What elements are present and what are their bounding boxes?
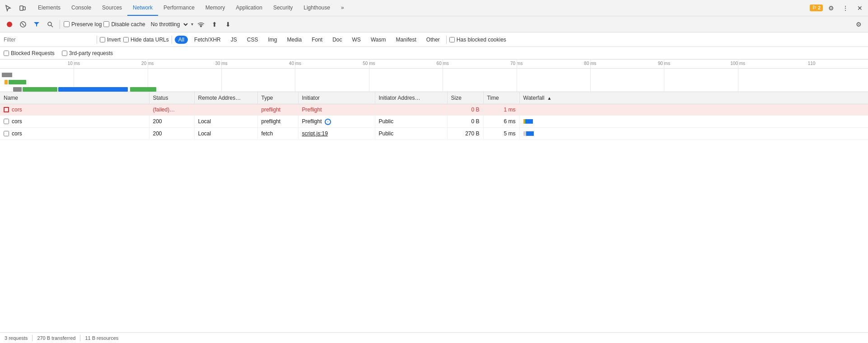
- waterfall-timeline: 10 ms 20 ms 30 ms 40 ms 50 ms 60 ms 70 m…: [0, 60, 868, 92]
- filter-btn-font[interactable]: Font: [308, 36, 326, 44]
- filter-btn-doc[interactable]: Doc: [329, 36, 345, 44]
- th-time[interactable]: Time: [483, 92, 519, 104]
- table-header-row: Name Status Remote Addres… Type Initiato…: [0, 92, 868, 104]
- tab-performance[interactable]: Performance: [158, 0, 200, 16]
- svg-point-2: [7, 22, 12, 27]
- more-options-icon[interactable]: ⋮: [839, 2, 852, 14]
- filter-btn-all[interactable]: All: [175, 36, 188, 44]
- disable-cache-label[interactable]: Disable cache: [103, 21, 145, 28]
- has-blocked-cookies-label[interactable]: Has blocked cookies: [449, 37, 506, 43]
- filter-btn-manifest[interactable]: Manifest: [392, 36, 420, 44]
- row2-checkbox[interactable]: [4, 119, 9, 124]
- filter-btn-css[interactable]: CSS: [243, 36, 262, 44]
- filter-btn-other[interactable]: Other: [423, 36, 443, 44]
- th-name[interactable]: Name: [0, 92, 149, 104]
- filter-btn-js[interactable]: JS: [227, 36, 241, 44]
- error-icon: [4, 107, 9, 112]
- svg-rect-1: [23, 7, 25, 10]
- network-settings-icon[interactable]: ⚙: [853, 19, 864, 30]
- close-icon[interactable]: ✕: [854, 2, 866, 14]
- row3-type: fetch: [257, 128, 298, 140]
- svg-rect-0: [20, 6, 23, 10]
- has-blocked-cookies-checkbox[interactable]: [449, 37, 455, 42]
- wifi-icon[interactable]: [195, 19, 207, 30]
- filter-btn-wasm[interactable]: Wasm: [367, 36, 390, 44]
- row3-checkbox[interactable]: [4, 131, 9, 136]
- filter-separator-1: [97, 36, 97, 44]
- filter-btn-ws[interactable]: WS: [349, 36, 364, 44]
- settings-icon[interactable]: ⚙: [825, 2, 837, 14]
- td-name-1: cors: [0, 104, 149, 116]
- svg-point-7: [201, 26, 201, 27]
- disable-cache-checkbox[interactable]: [103, 21, 109, 27]
- filter-btn-media[interactable]: Media: [283, 36, 305, 44]
- search-icon[interactable]: [44, 19, 56, 30]
- timeline-bar-row3-receiving: [23, 87, 57, 92]
- filter-icon[interactable]: [31, 19, 42, 30]
- timeline-bars-area: [0, 71, 868, 92]
- filter-separator-3: [446, 36, 447, 44]
- cursor-icon[interactable]: [2, 2, 14, 14]
- wf-main: [526, 119, 533, 124]
- third-party-checkbox[interactable]: [62, 51, 67, 56]
- tab-sources[interactable]: Sources: [97, 0, 127, 16]
- issue-badge[interactable]: ⚐ 2: [810, 5, 823, 11]
- invert-checkbox[interactable]: [100, 37, 105, 42]
- device-icon[interactable]: [16, 2, 29, 14]
- tab-memory[interactable]: Memory: [200, 0, 230, 16]
- row2-remote: Local: [194, 116, 257, 128]
- blocked-bar: Blocked Requests 3rd-party requests: [0, 47, 868, 60]
- svg-line-6: [51, 25, 53, 27]
- th-status[interactable]: Status: [149, 92, 194, 104]
- tab-lighthouse[interactable]: Lighthouse: [298, 0, 336, 16]
- filter-input[interactable]: [4, 37, 94, 43]
- tick-110: 110: [808, 61, 816, 66]
- th-initiator[interactable]: Initiator: [298, 92, 375, 104]
- th-remote-address[interactable]: Remote Addres…: [194, 92, 257, 104]
- record-button[interactable]: [4, 19, 15, 30]
- row2-waterfall: [519, 116, 868, 128]
- blocked-requests-label[interactable]: Blocked Requests: [4, 50, 55, 56]
- row3-size: 270 B: [447, 128, 483, 140]
- filter-btn-fetch-xhr[interactable]: Fetch/XHR: [191, 36, 224, 44]
- timeline-bar-row3-stalled: [13, 87, 22, 92]
- tab-overflow[interactable]: »: [336, 0, 350, 16]
- row2-initiator: Preflight ↑: [298, 116, 375, 128]
- blocked-requests-checkbox[interactable]: [4, 51, 9, 56]
- th-type[interactable]: Type: [257, 92, 298, 104]
- tab-network[interactable]: Network: [127, 0, 158, 16]
- table-row[interactable]: cors (failed)… preflight Preflight 0 B 1…: [0, 104, 868, 116]
- preserve-log-label[interactable]: Preserve log: [64, 21, 102, 28]
- clear-button[interactable]: [17, 19, 29, 30]
- tab-security[interactable]: Security: [268, 0, 298, 16]
- download-icon[interactable]: ⬇: [222, 19, 234, 30]
- network-table: Name Status Remote Addres… Type Initiato…: [0, 92, 868, 140]
- th-size[interactable]: Size: [447, 92, 483, 104]
- row1-initiator: Preflight: [298, 104, 375, 116]
- tab-console[interactable]: Console: [66, 0, 97, 16]
- hide-data-urls-checkbox[interactable]: [123, 37, 129, 42]
- th-initiator-address[interactable]: Initiator Addres…: [375, 92, 447, 104]
- row3-name: cors: [12, 130, 22, 137]
- filter-btn-img[interactable]: Img: [264, 36, 280, 44]
- table-body: cors (failed)… preflight Preflight 0 B 1…: [0, 104, 868, 140]
- throttle-select[interactable]: No throttling: [147, 20, 189, 29]
- upload-icon[interactable]: ⬆: [209, 19, 220, 30]
- timeline-bar-row3-main: [58, 87, 128, 92]
- third-party-label[interactable]: 3rd-party requests: [62, 50, 113, 56]
- table-row[interactable]: cors 200 Local fetch script.js:19 Public…: [0, 128, 868, 140]
- tab-application[interactable]: Application: [230, 0, 268, 16]
- row2-type: preflight: [257, 116, 298, 128]
- filter-bar: Invert Hide data URLs All Fetch/XHR JS C…: [0, 32, 868, 47]
- row2-wf-bars: [523, 118, 865, 125]
- table-row[interactable]: cors 200 Local preflight Preflight ↑ Pub…: [0, 116, 868, 128]
- tab-elements[interactable]: Elements: [33, 0, 66, 16]
- hide-data-urls-label[interactable]: Hide data URLs: [123, 37, 169, 43]
- preserve-log-checkbox[interactable]: [64, 21, 70, 27]
- invert-label[interactable]: Invert: [100, 37, 121, 43]
- preflight-refresh-icon: ↑: [325, 119, 331, 125]
- table-area[interactable]: Name Status Remote Addres… Type Initiato…: [0, 92, 868, 332]
- row3-waterfall: [519, 128, 868, 140]
- filter-separator-2: [172, 36, 172, 44]
- th-waterfall[interactable]: Waterfall ▲: [519, 92, 868, 104]
